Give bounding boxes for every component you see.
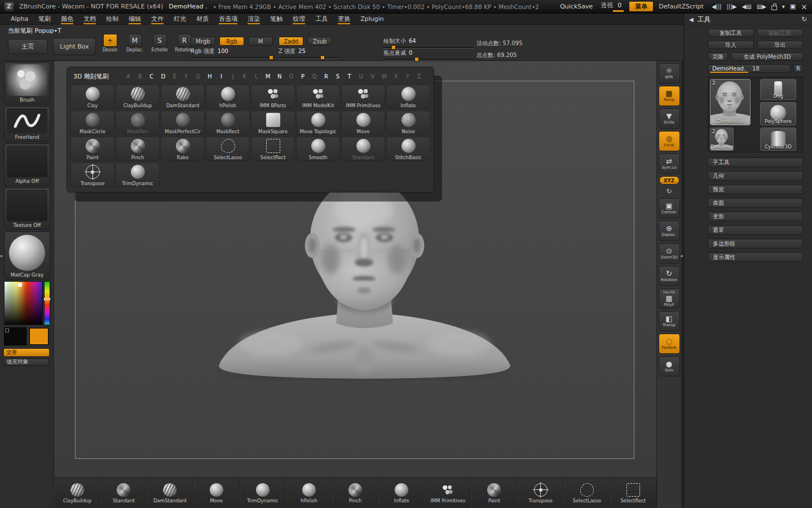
secondary-color-swatch[interactable]	[29, 328, 48, 345]
polyframe-button[interactable]: Ine.Fill ▦ PolyF	[659, 288, 680, 309]
palette-refresh-icon[interactable]: ↻	[801, 15, 807, 23]
slider-handle[interactable]	[320, 55, 325, 60]
demohead-sculpt[interactable]	[211, 176, 518, 381]
alphabet-filter-letter[interactable]: M	[263, 73, 273, 80]
menu-item[interactable]: Zplugin	[355, 14, 389, 24]
palette-section[interactable]: 变形	[708, 212, 803, 221]
symmetry-button[interactable]: ⇄ Sym.Lo	[659, 154, 680, 174]
tool-thumb-polysphere[interactable]: PolySphere	[760, 102, 796, 125]
brush-item[interactable]: IMM BParts	[251, 85, 295, 109]
zoom3d-button[interactable]: ⊙ Zoom3D	[659, 243, 680, 264]
alphabet-filter-letter[interactable]: A	[123, 73, 133, 80]
alphabet-filter-letter[interactable]: D	[158, 73, 168, 80]
brush-item[interactable]: MaskRect	[206, 111, 250, 135]
bottom-brush-item[interactable]: Paint	[471, 478, 517, 508]
palette-pointer-icon[interactable]: ◀	[689, 16, 694, 23]
slider-track[interactable]	[191, 57, 275, 58]
menu-item[interactable]: 变换	[333, 13, 355, 25]
menu-item[interactable]: 文档	[78, 13, 101, 25]
paint-mode-button[interactable]: Mrgb	[191, 37, 215, 46]
export-button[interactable]: 导出	[757, 41, 804, 49]
brush-item[interactable]: SelectRect	[251, 137, 295, 161]
floor-grid-button[interactable]: ▼ Grille	[659, 108, 680, 129]
bottom-brush-item[interactable]: hPolish	[286, 478, 332, 508]
palette-section[interactable]: 遮罩	[708, 225, 803, 235]
brush-item[interactable]: Noise	[386, 111, 430, 135]
scrub-forward-icon[interactable]: |||▶	[727, 3, 737, 10]
alphabet-filter-letter[interactable]: E	[170, 73, 180, 80]
bottom-brush-item[interactable]: Standard	[100, 478, 147, 508]
brush-item[interactable]: MaskPerfectCir	[161, 111, 205, 135]
sculpt-mode-button[interactable]: Zadd	[279, 37, 303, 46]
menu-item[interactable]: 编辑	[123, 13, 146, 25]
hue-strip[interactable]	[44, 281, 50, 325]
close-icon[interactable]: ×	[801, 4, 807, 10]
clone-button[interactable]: 克隆	[708, 52, 728, 61]
lightbox-button[interactable]: Light Box	[53, 38, 96, 55]
focal-shift-slider[interactable]: 焦点衰减0	[383, 49, 474, 60]
transform-mode-button[interactable]: M Deplac.	[125, 34, 144, 52]
bottom-brush-item[interactable]: Move	[193, 478, 239, 508]
restore-icon[interactable]: ▣	[790, 3, 796, 10]
z-intensity-slider[interactable]: Z 强度25	[279, 47, 338, 58]
brush-item[interactable]: StitchBasic	[386, 137, 430, 161]
bottom-brush-item[interactable]: IMM Primitives	[425, 478, 471, 508]
rotate-canvas-button[interactable]: ↻ Rotation	[659, 266, 680, 286]
active-tool-bar[interactable]: DemoHead. 18	[708, 64, 791, 73]
alphabet-filter-letter[interactable]: J	[228, 73, 238, 80]
alphabet-filter-letter[interactable]: X	[391, 73, 401, 80]
brush-item[interactable]: Move	[341, 111, 385, 135]
brush-item[interactable]: Move Topologic	[296, 111, 340, 135]
make-polymesh3d-button[interactable]: 生成 PolyMesh3D	[731, 52, 803, 61]
menu-item[interactable]: 笔刷	[33, 13, 56, 25]
brush-item[interactable]: IMM Primitives	[341, 85, 385, 109]
transparency-button[interactable]: ◧ Transp	[659, 311, 680, 331]
brush-item[interactable]: Clay	[70, 85, 114, 109]
brush-item[interactable]: MaskSquare	[251, 111, 295, 135]
minimize-icon[interactable]: ▾	[782, 3, 785, 10]
menu-item[interactable]: 灯光	[169, 13, 191, 25]
brush-item[interactable]: Standard	[341, 137, 385, 161]
brush-item[interactable]: Inflate	[386, 85, 430, 109]
alphabet-filter-letter[interactable]: V	[368, 73, 377, 80]
color-marker[interactable]	[18, 283, 22, 287]
alpha-selector[interactable]: Alpha Off	[4, 143, 50, 186]
paint-mode-button[interactable]: M	[248, 37, 273, 46]
alphabet-filter-letter[interactable]: S	[333, 73, 343, 80]
palette-section[interactable]: 几何	[708, 171, 803, 181]
palette-section[interactable]: 预览	[708, 185, 803, 194]
alphabet-filter-letter[interactable]: K	[240, 73, 249, 80]
alphabet-filter-letter[interactable]: B	[135, 73, 145, 80]
alphabet-filter-letter[interactable]: W	[379, 73, 389, 80]
menu-item[interactable]: Alpha	[6, 14, 33, 24]
fill-object-button[interactable]: 填充对象	[4, 358, 49, 366]
brush-item[interactable]: hPolish	[206, 85, 250, 109]
persp-button[interactable]: ▦ Persp	[659, 86, 680, 106]
palette-section[interactable]: 子工具	[708, 157, 803, 167]
scrub-back-icon[interactable]: ◀|||	[712, 3, 722, 10]
rgb-intensity-slider[interactable]: Rgb 强度100	[191, 47, 275, 58]
menu-item[interactable]: 纹理	[288, 13, 310, 25]
alphabet-filter-letter[interactable]: P	[298, 73, 308, 80]
transform-mode-button[interactable]: S Echelle	[150, 34, 169, 52]
tool-thumb-demohead-2[interactable]: 2 DemoHead	[710, 128, 734, 151]
next-doc-icon[interactable]: ▤▶	[757, 3, 766, 10]
sculpt-mode-button[interactable]: Zsub	[307, 37, 332, 46]
brush-item[interactable]: Smooth	[296, 137, 340, 161]
menu-item[interactable]: 工具	[310, 13, 333, 25]
menu-item[interactable]: 绘制	[101, 13, 123, 25]
draw-size-slider[interactable]: 绘制大小64	[383, 37, 474, 48]
bottom-brush-item[interactable]: Pinch	[332, 478, 378, 508]
bottom-brush-item[interactable]: DamStandard	[147, 478, 193, 508]
alphabet-filter-letter[interactable]: C	[147, 73, 156, 80]
alphabet-filter-letter[interactable]: R	[321, 73, 331, 80]
current-brush-selector[interactable]: Brush	[4, 62, 50, 104]
local-button[interactable]: ◎ Local	[659, 131, 680, 151]
paste-tool-button[interactable]: 粘贴工具	[757, 29, 804, 37]
menu-item[interactable]: 颜色	[56, 13, 78, 25]
bottom-brush-item[interactable]: ClayBuildup	[54, 478, 100, 508]
menu-item[interactable]: 笔触	[265, 13, 288, 25]
palette-section[interactable]: 显示属性	[708, 252, 803, 262]
slider-handle[interactable]	[269, 55, 273, 60]
brush-item[interactable]: ClayBuildup	[116, 85, 160, 109]
